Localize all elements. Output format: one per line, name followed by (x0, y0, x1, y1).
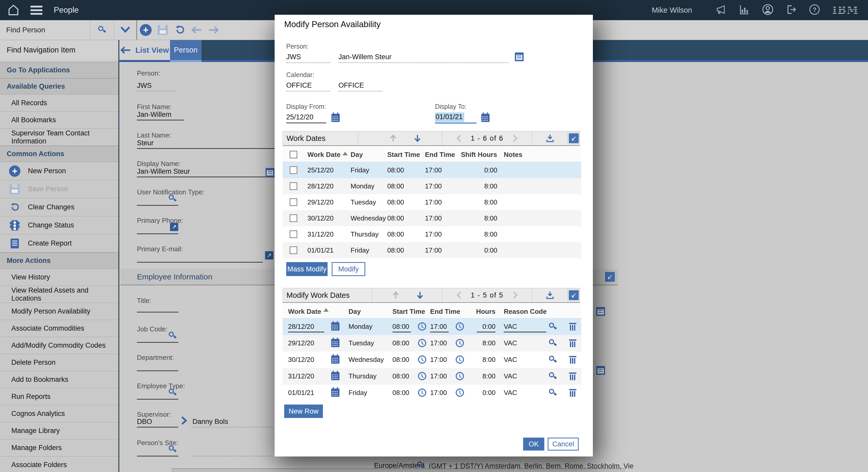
work-date-row[interactable]: 29/12/20 Tuesday 08:00 17:00 8:00 (283, 194, 581, 210)
previous-page-icon[interactable] (456, 291, 462, 299)
sidebar-item-associate-commodities[interactable]: Associate Commodities (0, 320, 118, 337)
sidebar-item-add-to-bookmarks[interactable]: Add to Bookmarks (0, 371, 118, 388)
account-icon[interactable] (762, 4, 774, 17)
reason-code-field[interactable]: VAC (504, 323, 547, 332)
minimize-section-icon[interactable]: ↙ (569, 134, 579, 143)
time-picker-icon[interactable] (456, 322, 464, 331)
sidebar-item-add-modify-commodity-codes[interactable]: Add/Modify Commodity Codes (0, 337, 118, 354)
row-checkbox[interactable] (289, 230, 297, 238)
start-time-field[interactable]: 08:00 (393, 323, 411, 332)
column-start-time[interactable]: Start Time (393, 307, 425, 316)
row-checkbox[interactable] (289, 166, 297, 174)
next-page-icon[interactable] (512, 291, 518, 299)
announcement-icon[interactable] (715, 4, 727, 16)
minimize-section-icon[interactable]: ↙ (605, 272, 615, 282)
job-code-field[interactable] (137, 342, 178, 343)
column-end-time[interactable]: End Time (430, 307, 460, 316)
column-day[interactable]: Day (348, 307, 361, 316)
new-record-button[interactable]: + (138, 20, 153, 40)
help-icon[interactable]: ? (809, 4, 820, 16)
modify-work-date-row[interactable]: 31/12/20 Thursday 08:00 17:00 8:00 VAC (283, 368, 581, 385)
primary-email-field[interactable] (137, 262, 263, 263)
department-field[interactable] (137, 371, 178, 371)
select-value-icon[interactable] (168, 445, 177, 454)
chart-icon[interactable] (739, 4, 750, 16)
sidebar-item-modify-person-availability[interactable]: Modify Person Availability (0, 303, 118, 320)
time-picker-icon[interactable] (418, 372, 426, 380)
row-checkbox[interactable] (289, 182, 297, 190)
next-record-button[interactable] (206, 20, 221, 40)
sidebar-header-go-to-applications[interactable]: Go To Applications (0, 62, 118, 78)
work-date-row[interactable]: 28/12/20 Monday 08:00 17:00 8:00 (283, 178, 581, 194)
select-all-checkbox[interactable] (289, 151, 297, 158)
primary-phone-field[interactable] (137, 233, 178, 234)
sidebar-item-view-related-assets[interactable]: View Related Assets and Locations (0, 286, 118, 303)
column-reason-code[interactable]: Reason Code (504, 307, 547, 316)
minimize-section-icon[interactable]: ↙ (569, 290, 579, 300)
sidebar-item-associate-folders[interactable]: Associate Folders (0, 456, 118, 472)
calendar-picker-icon[interactable] (331, 339, 339, 347)
modify-work-date-row[interactable]: 30/12/20 Wednesday 08:00 17:00 8:00 VAC (283, 352, 581, 368)
delete-row-icon[interactable] (569, 372, 576, 380)
long-description-icon[interactable] (515, 53, 524, 61)
end-time-field[interactable]: 17:00 (430, 323, 449, 332)
sidebar-item-view-history[interactable]: View History (0, 269, 118, 286)
clear-changes-button[interactable] (173, 20, 187, 40)
sidebar-item-change-status[interactable]: Change Status (0, 216, 118, 234)
modify-button[interactable]: Modify (332, 262, 365, 276)
work-date-row[interactable]: 30/12/20 Wednesday 08:00 17:00 8:00 (283, 210, 581, 226)
next-page-icon[interactable] (512, 135, 518, 142)
column-work-date[interactable]: Work Date (288, 307, 321, 316)
time-picker-icon[interactable] (418, 322, 426, 331)
select-value-icon[interactable] (549, 372, 557, 381)
work-date-field[interactable]: 28/12/20 (288, 323, 324, 332)
ok-button[interactable]: OK (523, 438, 544, 450)
select-value-icon[interactable] (168, 388, 177, 397)
sidebar-item-manage-library[interactable]: Manage Library (0, 422, 118, 439)
work-date-row[interactable]: 01/01/21 Friday 08:00 17:00 0:00 (283, 242, 581, 258)
sidebar-item-delete-person[interactable]: Delete Person (0, 354, 118, 371)
home-icon[interactable] (7, 4, 20, 16)
employee-type-field[interactable] (137, 399, 178, 400)
previous-record-button[interactable] (190, 20, 204, 40)
move-up-icon[interactable] (389, 134, 397, 143)
sidebar-item-create-report[interactable]: Create Report (0, 234, 118, 253)
long-description-icon[interactable] (596, 366, 605, 375)
calendar-picker-icon[interactable] (331, 388, 339, 397)
chevron-right-icon[interactable] (181, 416, 188, 426)
column-shift-hours[interactable]: Shift Hours (461, 151, 497, 159)
search-options-button[interactable] (114, 20, 136, 40)
column-work-date[interactable]: Work Date (307, 151, 340, 159)
calendar-picker-icon[interactable] (331, 322, 339, 331)
move-down-icon[interactable] (416, 291, 424, 300)
long-description-icon[interactable] (596, 307, 605, 316)
time-picker-icon[interactable] (456, 388, 464, 397)
download-icon[interactable] (545, 290, 555, 300)
select-value-icon[interactable] (549, 355, 557, 364)
sidebar-item-supervisor-team-contact-information[interactable]: Supervisor Team Contact Information (0, 129, 118, 146)
cancel-button[interactable]: Cancel (548, 438, 579, 450)
calendar-picker-icon[interactable] (331, 355, 339, 364)
persons-site-field[interactable] (137, 456, 178, 456)
sidebar-item-run-reports[interactable]: Run Reports (0, 388, 118, 405)
calendar-picker-icon[interactable] (332, 114, 340, 122)
sidebar-item-all-bookmarks[interactable]: All Bookmarks (0, 112, 118, 129)
select-value-icon[interactable] (168, 195, 177, 203)
long-description-icon[interactable] (266, 168, 274, 177)
select-value-icon[interactable] (549, 322, 557, 331)
move-down-icon[interactable] (413, 134, 421, 143)
go-to-icon[interactable]: ↗ (265, 251, 273, 260)
save-record-button[interactable] (156, 20, 170, 40)
modify-work-date-row[interactable]: 01/01/21 Friday 08:00 17:00 0:00 VAC (283, 385, 581, 401)
search-button[interactable] (90, 20, 114, 40)
menu-icon[interactable] (30, 6, 42, 15)
first-name-field[interactable]: Jan-Willem (137, 111, 172, 119)
find-person-input[interactable]: Find Person (0, 20, 90, 40)
mass-modify-button[interactable]: Mass Modify (286, 262, 328, 276)
find-navigation-input[interactable]: Find Navigation Item (0, 40, 118, 60)
supervisor-field[interactable]: DBO (137, 418, 152, 426)
calendar-picker-icon[interactable] (481, 114, 490, 122)
time-picker-icon[interactable] (456, 355, 464, 364)
row-checkbox[interactable] (289, 246, 297, 254)
column-hours[interactable]: Hours (470, 307, 495, 316)
